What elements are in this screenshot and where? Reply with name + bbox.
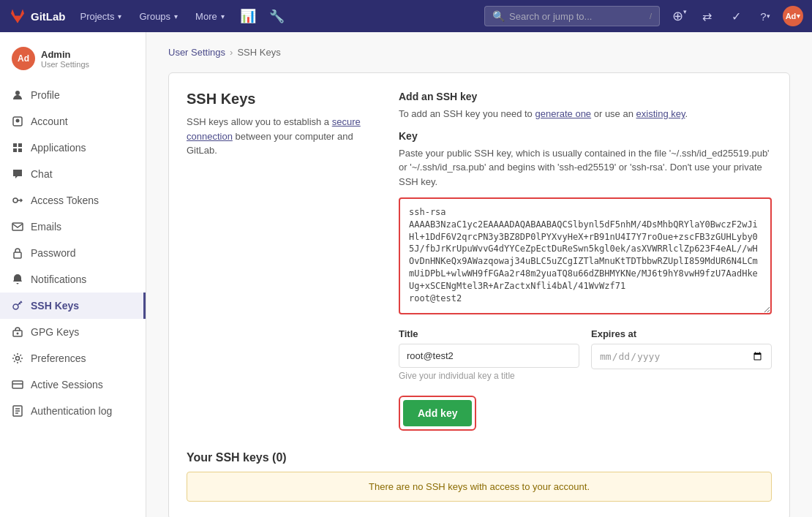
svg-point-0 [15,91,20,95]
expires-label: Expires at [591,328,772,339]
sidebar-user: Ad Admin User Settings [0,41,146,82]
sessions-icon [12,379,23,390]
svg-rect-8 [12,223,23,230]
sidebar-item-profile[interactable]: Profile [0,82,146,108]
right-column: Add an SSH key To add an SSH key you nee… [399,91,772,431]
merge-request-icon[interactable]: ⇄ [695,4,718,28]
breadcrumb-parent-link[interactable]: User Settings [168,47,225,58]
sidebar-item-chat[interactable]: Chat [0,161,146,187]
title-hint: Give your individual key a title [399,371,579,381]
email-icon [12,221,23,233]
ssh-keys-title: Your SSH keys (0) [187,451,772,464]
content-card: SSH Keys SSH keys allow you to establish… [168,72,790,517]
svg-point-12 [17,333,19,335]
sidebar-item-auth-log[interactable]: Authentication log [0,398,146,424]
help-icon[interactable]: ?▾ [753,4,777,28]
breadcrumb: User Settings › SSH Keys [168,47,790,58]
left-column: SSH Keys SSH keys allow you to establish… [187,91,377,431]
bell-icon [12,273,23,285]
pref-icon [12,352,23,364]
svg-rect-6 [18,148,22,152]
sidebar-avatar: Ad [12,47,35,70]
expires-input[interactable] [591,344,772,369]
more-chevron-icon: ▾ [221,12,225,20]
svg-point-2 [16,119,20,123]
key-textarea[interactable] [399,197,772,314]
title-label: Title [399,328,579,339]
add-ssh-hint: To add an SSH key you need to generate o… [399,107,772,121]
sidebar-item-active-sessions[interactable]: Active Sessions [0,371,146,398]
chart-nav-icon[interactable]: 📊 [236,4,260,28]
add-key-button-wrapper: Add key [399,396,476,431]
sidebar-item-preferences[interactable]: Preferences [0,345,146,371]
gpg-icon [12,326,23,338]
search-icon: 🔍 [492,10,505,22]
sidebar-item-emails[interactable]: Emails [0,214,146,240]
issues-icon[interactable]: ✓ [724,4,748,28]
key-icon [12,300,23,312]
token-icon [12,195,23,206]
breadcrumb-current: SSH Keys [237,47,280,58]
gitlab-logo[interactable]: GitLab [9,7,66,25]
user-icon [12,89,23,101]
gitlab-logo-icon [9,7,26,25]
account-icon [12,116,23,127]
sidebar-item-account[interactable]: Account [0,108,146,135]
key-label: Key [399,130,772,142]
log-icon [12,405,23,417]
sidebar-username: Admin [41,49,89,60]
your-ssh-keys-section: Your SSH keys (0) There are no SSH keys … [187,451,772,502]
svg-rect-3 [13,143,17,147]
gitlab-wordmark: GitLab [31,10,66,23]
key-hint: Paste your public SSH key, which is usua… [399,146,772,189]
svg-point-10 [13,304,18,309]
breadcrumb-separator: › [230,47,233,58]
title-group: Title Give your individual key a title [399,328,579,381]
search-bar[interactable]: 🔍 / [484,6,660,26]
expires-group: Expires at [591,328,772,381]
chat-icon [12,168,23,180]
sidebar-item-notifications[interactable]: Notifications [0,266,146,293]
existing-key-link[interactable]: existing key [636,108,685,119]
groups-chevron-icon: ▾ [174,12,178,20]
page-description: SSH keys allow you to establish a secure… [187,115,377,158]
main-content: User Settings › SSH Keys SSH Keys SSH ke… [146,32,812,517]
svg-rect-4 [18,143,22,147]
title-input[interactable] [399,344,579,368]
svg-rect-5 [13,148,17,152]
nav-more[interactable]: More ▾ [189,8,230,25]
generate-key-link[interactable]: generate one [535,108,591,119]
ssh-empty-notice: There are no SSH keys with access to you… [187,472,772,502]
secure-connection-link[interactable]: secure connection [187,116,361,142]
lock-icon [12,247,23,259]
sidebar-item-password[interactable]: Password [0,240,146,266]
svg-point-7 [13,198,18,203]
svg-point-13 [16,357,20,361]
sidebar-settings-label: User Settings [41,60,89,69]
nav-projects[interactable]: Projects ▾ [75,8,128,25]
top-navbar: GitLab Projects ▾ Groups ▾ More ▾ 📊 🔧 🔍 … [0,0,812,32]
sidebar: Ad Admin User Settings Profile Account A… [0,32,146,517]
svg-rect-9 [14,252,21,258]
page-title: SSH Keys [187,91,377,107]
plus-icon[interactable]: ⊕ ▾ [666,4,689,28]
sidebar-item-applications[interactable]: Applications [0,135,146,161]
nav-groups[interactable]: Groups ▾ [133,8,184,25]
search-shortcut: / [650,12,652,20]
user-avatar[interactable]: Ad ▾ [783,6,803,26]
grid-icon [12,142,23,154]
title-expires-row: Title Give your individual key a title E… [399,328,772,381]
sidebar-item-access-tokens[interactable]: Access Tokens [0,187,146,214]
projects-chevron-icon: ▾ [118,12,121,20]
sidebar-item-gpg-keys[interactable]: GPG Keys [0,319,146,345]
wrench-nav-icon[interactable]: 🔧 [266,4,289,28]
sidebar-item-ssh-keys[interactable]: SSH Keys [0,293,146,319]
add-key-button[interactable]: Add key [403,400,472,426]
search-input[interactable] [509,11,641,22]
add-ssh-title: Add an SSH key [399,91,772,102]
svg-rect-14 [12,381,23,388]
